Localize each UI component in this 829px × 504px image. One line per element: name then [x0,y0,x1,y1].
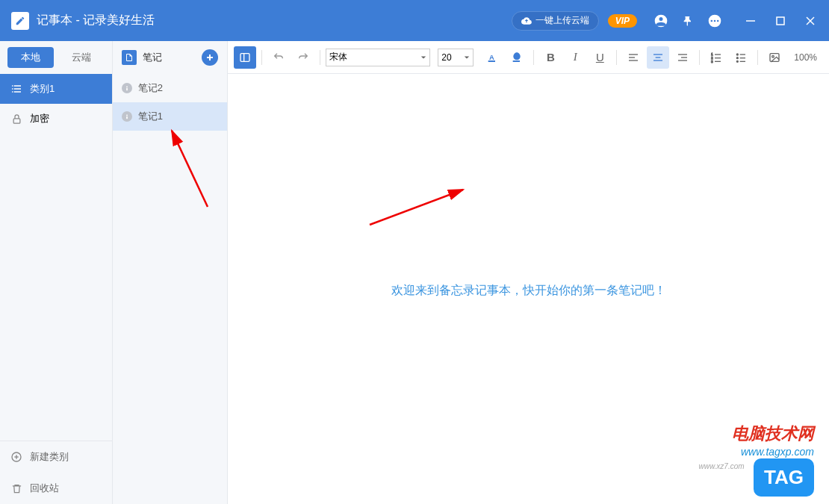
image-button[interactable] [763,46,786,69]
note-label: 笔记1 [138,110,163,123]
bold-button[interactable]: B [539,46,562,69]
watermark-title: 电脑技术网 [732,424,814,443]
svg-point-4 [717,19,719,22]
svg-text:A: A [489,53,494,60]
app-title: 记事本 - 记录美好生活 [37,13,155,28]
zoom-level[interactable]: 100% [788,52,823,63]
plus-circle-icon [10,451,22,463]
undo-button[interactable] [267,46,290,69]
close-button[interactable] [803,13,818,28]
align-left-button[interactable] [622,46,645,69]
vip-badge[interactable]: VIP [608,14,637,28]
notes-list: 笔记 笔记2 笔记1 [113,41,229,504]
svg-point-46 [772,55,774,57]
editor-toolbar: 宋体 20 A B I U [228,41,829,74]
new-category-button[interactable]: 新建类别 [0,441,112,473]
svg-rect-17 [126,115,128,116]
tab-local[interactable]: 本地 [7,47,54,68]
note-item[interactable]: 笔记2 [113,74,228,102]
recycle-bin-button[interactable]: 回收站 [0,473,112,504]
note-label: 笔记2 [138,81,163,95]
category-label: 加密 [30,112,49,125]
notes-header: 笔记 [113,41,228,74]
svg-rect-22 [488,60,495,62]
highlight-color-button[interactable] [506,46,528,69]
cloud-upload-button[interactable]: 一键上传云端 [512,11,599,31]
panel-toggle-button[interactable] [234,46,256,69]
minimize-button[interactable] [743,13,758,28]
svg-rect-16 [126,88,128,90]
info-icon [122,111,132,122]
category-item-1[interactable]: 类别1 [0,74,112,104]
new-category-label: 新建类别 [30,450,69,464]
ordered-list-button[interactable]: 123 [705,46,727,69]
window-controls [743,13,818,28]
location-tabs: 本地 云端 [0,41,112,74]
tab-cloud[interactable]: 云端 [58,47,105,68]
category-item-encrypted[interactable]: 加密 [0,104,112,134]
watermark: 电脑技术网 www.tagxp.com www.xz7.com TAG [698,423,814,497]
recycle-bin-label: 回收站 [30,482,59,495]
redo-button[interactable] [292,46,314,69]
notes-header-label: 笔记 [143,51,162,64]
pin-icon[interactable] [677,10,698,31]
category-label: 类别1 [30,82,55,96]
svg-point-41 [737,60,739,62]
svg-point-2 [711,19,713,22]
cloud-upload-label: 一键上传云端 [535,14,589,27]
trash-icon [10,482,22,494]
sidebar-left: 本地 云端 类别1 加密 新建类别 [0,41,113,504]
add-note-button[interactable] [202,49,218,66]
align-center-button[interactable] [647,46,669,69]
app-icon [11,12,29,30]
user-icon[interactable] [651,10,671,31]
maximize-button[interactable] [773,13,788,28]
titlebar: 记事本 - 记录美好生活 一键上传云端 VIP [0,0,829,41]
note-item[interactable]: 笔记1 [113,102,228,131]
italic-button[interactable]: I [564,46,586,69]
notes-icon [122,50,137,65]
info-icon [122,83,132,93]
size-select[interactable]: 20 [438,49,474,66]
tag-badge: TAG [754,458,814,497]
svg-point-39 [737,54,739,55]
svg-rect-15 [126,87,128,88]
watermark-sub: www.xz7.com [698,462,744,470]
unordered-list-button[interactable] [730,46,752,69]
svg-rect-18 [126,116,128,119]
list-icon [10,83,22,95]
svg-point-3 [714,19,716,22]
svg-point-40 [737,57,739,58]
svg-rect-19 [240,53,249,61]
svg-text:3: 3 [712,59,714,63]
svg-rect-6 [777,17,784,25]
align-right-button[interactable] [671,46,694,69]
underline-button[interactable]: U [589,46,611,69]
svg-rect-9 [13,118,20,122]
svg-rect-23 [513,60,520,62]
more-icon[interactable] [704,10,725,31]
welcome-text: 欢迎来到备忘录记事本，快开始你的第一条笔记吧！ [258,283,799,299]
watermark-url: www.tagxp.com [741,446,814,458]
lock-icon [10,113,22,125]
font-color-button[interactable]: A [481,46,503,69]
font-select[interactable]: 宋体 [326,49,430,66]
